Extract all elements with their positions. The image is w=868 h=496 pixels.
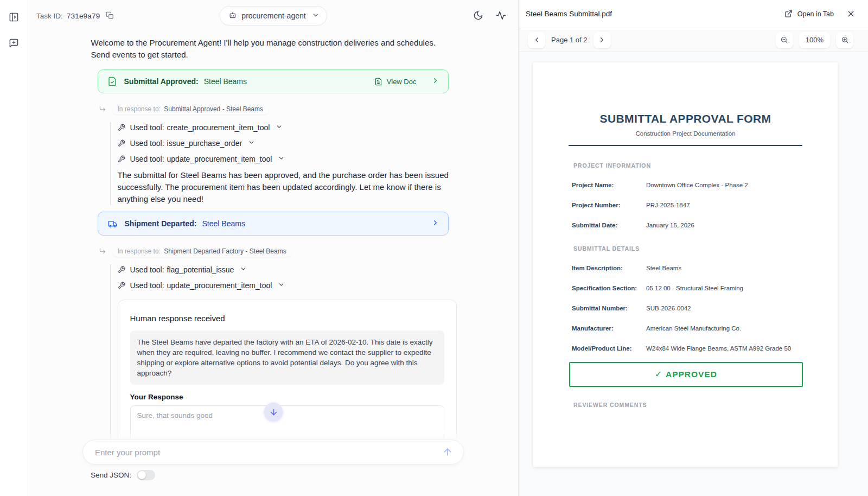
pdf-header: Steel Beams Submittal.pdf Open in Tab [519, 0, 868, 28]
agent-response-block: Used tool: create_procurement_item_tool … [110, 122, 456, 205]
new-task-button[interactable] [9, 38, 20, 49]
event-item: Steel Beams [202, 219, 245, 228]
event-title: Submittal Approved: [124, 77, 199, 86]
agent-question-quote: The Steel Beams have departed the factor… [130, 330, 444, 385]
task-id-value: 731e9a79 [67, 12, 100, 20]
corner-down-right-icon [99, 247, 106, 256]
activity-icon [496, 14, 506, 22]
reviewer-comments-section: REVIEWER COMMENTS [572, 402, 838, 408]
chevron-right-icon [431, 219, 439, 228]
corner-down-right-icon [99, 105, 106, 114]
tool-name: issue_purchase_order [167, 139, 242, 148]
doc-row-value: W24x84 Wide Flange Beams, ASTM A992 Grad… [646, 345, 791, 352]
send-button[interactable] [442, 446, 454, 458]
section-heading: PROJECT INFORMATION [573, 162, 838, 169]
doc-row: Submittal Date: January 15, 2026 [572, 221, 838, 229]
close-pdf-button[interactable] [846, 9, 856, 19]
chevron-down-icon [312, 11, 320, 21]
in-response-pill: In response to: Shipment Departed Factor… [112, 246, 292, 257]
panel-left-open-icon [9, 16, 19, 24]
tool-call-row[interactable]: Used tool: create_procurement_item_tool [118, 122, 456, 133]
event-banner-submittal-approved[interactable]: Submittal Approved: Steel Beams View Doc [98, 69, 449, 93]
send-json-row: Send JSON: [91, 470, 155, 480]
zoom-controls: 100% [776, 32, 853, 48]
tool-call-row[interactable]: Used tool: flag_potential_issue [118, 264, 456, 275]
event-banner-shipment-departed[interactable]: Shipment Departed: Steel Beams [98, 212, 449, 236]
used-tool-prefix: Used tool: [130, 265, 164, 274]
tool-call-row[interactable]: Used tool: issue_purchase_order [118, 138, 456, 149]
doc-divider [569, 145, 802, 146]
in-response-value: Shipment Departed Factory - Steel Beams [164, 247, 286, 255]
sidebar-toggle-button[interactable] [9, 12, 20, 23]
pdf-viewer[interactable]: SUBMITTAL APPROVAL FORM Construction Pro… [519, 52, 868, 496]
chevron-right-icon [431, 77, 439, 86]
zoom-out-icon [780, 36, 788, 44]
doc-row-label: Manufacturer: [572, 325, 646, 332]
doc-row: Project Name: Downtown Office Complex - … [572, 181, 838, 189]
tool-call-row[interactable]: Used tool: update_procurement_item_tool [118, 280, 456, 291]
event-title: Shipment Departed: [125, 219, 197, 228]
doc-row-value: SUB-2026-0042 [646, 304, 691, 312]
doc-title: SUBMITTAL APPROVAL FORM [533, 112, 838, 125]
icon-rail [0, 0, 28, 496]
wrench-icon [118, 266, 125, 274]
agent-selector-label: procurement-agent [241, 11, 305, 20]
header-actions [473, 10, 506, 21]
composer: Enter your prompt Send JSON: [28, 429, 518, 496]
event-item: Steel Beams [204, 77, 247, 86]
project-information-section: PROJECT INFORMATION Project Name: Downto… [572, 162, 838, 229]
view-doc-button[interactable]: View Doc [374, 78, 417, 86]
doc-row-value: American Steel Manufacturing Co. [646, 325, 741, 332]
truck-icon [107, 219, 118, 229]
activity-log-button[interactable] [495, 10, 506, 21]
open-in-tab-label: Open in Tab [797, 10, 834, 18]
pdf-panel: Steel Beams Submittal.pdf Open in Tab Pa… [518, 0, 868, 496]
section-heading: REVIEWER COMMENTS [573, 402, 838, 408]
approved-stamp: ✓ APPROVED [569, 362, 803, 387]
scroll-to-bottom-button[interactable] [264, 403, 283, 421]
send-json-label: Send JSON: [91, 471, 131, 479]
task-id-label: Task ID: [36, 12, 63, 20]
view-doc-label: View Doc [387, 78, 417, 86]
in-response-prefix: In response to: [118, 105, 161, 113]
previous-page-button[interactable] [528, 32, 545, 48]
doc-row-label: Submittal Date: [572, 221, 646, 229]
wrench-icon [118, 124, 125, 131]
task-id: Task ID: 731e9a79 [36, 11, 114, 20]
arrow-up-icon [442, 447, 454, 457]
pdf-toolbar: Page 1 of 2 100% [519, 28, 868, 52]
next-page-button[interactable] [593, 32, 611, 48]
message-plus-icon [9, 42, 19, 50]
agent-selector[interactable]: procurement-agent [219, 6, 327, 26]
doc-row-label: Item Description: [572, 264, 646, 272]
zoom-in-button[interactable] [836, 32, 853, 48]
check-icon: ✓ [655, 370, 662, 379]
doc-subtitle: Construction Project Documentation [533, 130, 838, 137]
doc-row-value: Downtown Office Complex - Phase 2 [646, 181, 748, 189]
prompt-input[interactable]: Enter your prompt [82, 440, 464, 465]
in-response-row: In response to: Shipment Departed Factor… [99, 246, 456, 257]
pdf-file-title: Steel Beams Submittal.pdf [526, 10, 612, 18]
page-indicator: Page 1 of 2 [551, 36, 588, 44]
welcome-message: Welcome to the Procurement Agent! I'll h… [91, 37, 456, 61]
section-heading: SUBMITTAL DETAILS [573, 245, 838, 252]
pdf-page: SUBMITTAL APPROVAL FORM Construction Pro… [533, 62, 838, 467]
tool-name: create_procurement_item_tool [167, 123, 270, 132]
used-tool-prefix: Used tool: [130, 281, 164, 290]
close-icon [846, 9, 856, 18]
in-response-row: In response to: Submittal Approved - Ste… [99, 104, 456, 115]
dark-mode-toggle-button[interactable] [473, 10, 483, 21]
copy-task-id-button[interactable] [105, 11, 114, 20]
zoom-out-button[interactable] [776, 32, 793, 48]
in-response-value: Submittal Approved - Steel Beams [164, 105, 263, 113]
moon-icon [473, 14, 483, 22]
tool-call-row[interactable]: Used tool: update_procurement_item_tool [118, 154, 456, 164]
doc-row: Specification Section: 05 12 00 - Struct… [572, 284, 838, 292]
agent-message: The submittal for Steel Beams has been a… [118, 169, 456, 205]
open-in-tab-button[interactable]: Open in Tab [784, 10, 834, 18]
used-tool-prefix: Used tool: [130, 139, 164, 148]
doc-row-label: Project Number: [572, 201, 646, 209]
doc-row-label: Specification Section: [572, 284, 646, 292]
doc-row: Model/Product Line: W24x84 Wide Flange B… [572, 345, 838, 352]
send-json-toggle[interactable] [137, 470, 155, 480]
